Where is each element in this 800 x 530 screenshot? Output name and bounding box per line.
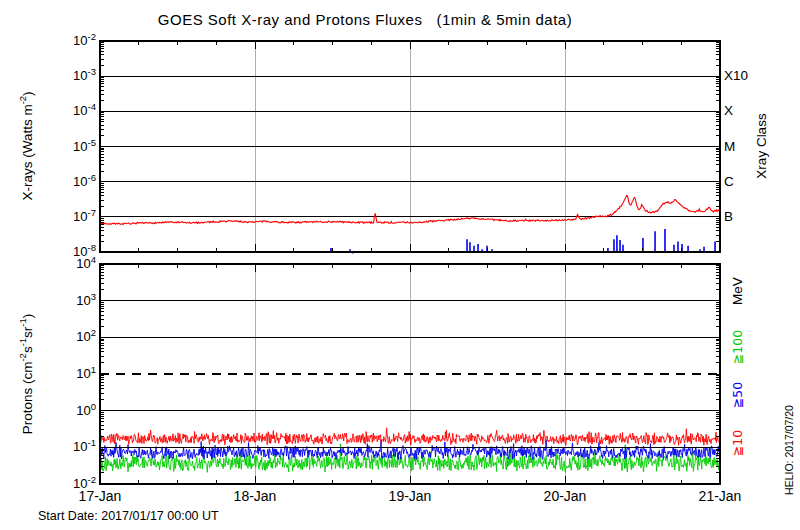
xray-class-x10: X10	[724, 68, 748, 83]
tick-base: 10	[73, 174, 87, 189]
proton-ytick-label: 10-1	[28, 438, 96, 456]
xray-ytick-label: 10-6	[28, 173, 96, 191]
xtick-19jan: 19-Jan	[365, 488, 455, 504]
tick-base: 10	[73, 439, 87, 454]
tick-base: 10	[76, 256, 90, 271]
tick-exp: 4	[91, 254, 96, 265]
proton-ytick-label: 101	[28, 365, 96, 383]
tick-exp: -3	[88, 66, 96, 77]
xray-ytick-label: 10-3	[28, 67, 96, 85]
label-sup: -1	[17, 338, 28, 346]
label-sup: -2	[17, 353, 28, 361]
tick-exp: 3	[91, 291, 96, 302]
xtick-20jan: 20-Jan	[520, 488, 610, 504]
tick-exp: -4	[88, 101, 96, 112]
tick-exp: -8	[88, 242, 96, 253]
proton-ytick-label: 102	[28, 328, 96, 346]
mev-axis-title: MeV	[730, 277, 745, 305]
xray-class-axis-title: Xray Class	[754, 113, 769, 178]
label-sup: -1	[17, 318, 28, 326]
tick-base: 10	[73, 139, 87, 154]
tick-exp: -7	[88, 207, 96, 218]
proton-axis-title: Protons (cm-2s-1sr-1)	[20, 314, 35, 435]
tick-base: 10	[76, 293, 90, 308]
xray-class-x: X	[724, 103, 733, 118]
xtick-17jan: 17-Jan	[55, 488, 145, 504]
tick-exp: -1	[88, 437, 96, 448]
start-date-note: Start Date: 2017/01/17 00:00 UT	[38, 509, 219, 523]
tick-base: 10	[76, 403, 90, 418]
label-text: s	[20, 346, 35, 353]
xray-class-b: B	[724, 209, 733, 224]
tick-exp: 2	[91, 327, 96, 338]
proton-ytick-label: 100	[28, 402, 96, 420]
proton-ytick-label: 104	[28, 255, 96, 273]
label-text: )	[20, 314, 35, 319]
label-text: sr	[20, 327, 35, 338]
label-text: Protons (cm	[20, 362, 35, 435]
tick-exp: 0	[91, 401, 96, 412]
proton-ytick-label: 103	[28, 292, 96, 310]
tick-exp: -2	[88, 31, 96, 42]
tick-exp: -6	[88, 172, 96, 183]
tick-exp: 1	[91, 364, 96, 375]
legend-ge100-mev: ≧100	[730, 330, 745, 364]
goes-flux-chart: GOES Soft X-ray and Protons Fluxes (1min…	[0, 0, 800, 530]
xray-ytick-label: 10-7	[28, 208, 96, 226]
xtick-18jan: 18-Jan	[210, 488, 300, 504]
tick-base: 10	[73, 33, 87, 48]
xray-ytick-label: 10-2	[28, 32, 96, 50]
xtick-21jan: 21-Jan	[675, 488, 765, 504]
tick-exp: -2	[88, 474, 96, 485]
label-text: )	[20, 91, 35, 96]
xray-ytick-label: 10-5	[28, 138, 96, 156]
legend-ge10-mev: ≧10	[730, 430, 745, 456]
label-sup: -2	[17, 96, 28, 104]
legend-ge50-mev: ≧50	[730, 382, 745, 408]
tick-exp: -5	[88, 137, 96, 148]
label-text: X-rays (Watts m	[20, 104, 35, 200]
xray-class-m: M	[724, 139, 735, 154]
helio-credit: HELIO: 2017/07/20	[783, 405, 795, 495]
xray-ytick-label: 10-4	[28, 102, 96, 120]
tick-base: 10	[76, 329, 90, 344]
page-title: GOES Soft X-ray and Protons Fluxes (1min…	[85, 11, 645, 28]
tick-base: 10	[73, 103, 87, 118]
flux-plot-canvas	[0, 0, 800, 530]
tick-base: 10	[73, 68, 87, 83]
tick-base: 10	[76, 366, 90, 381]
xray-axis-title: X-rays (Watts m-2)	[20, 91, 35, 200]
xray-class-c: C	[724, 174, 734, 189]
tick-base: 10	[73, 209, 87, 224]
